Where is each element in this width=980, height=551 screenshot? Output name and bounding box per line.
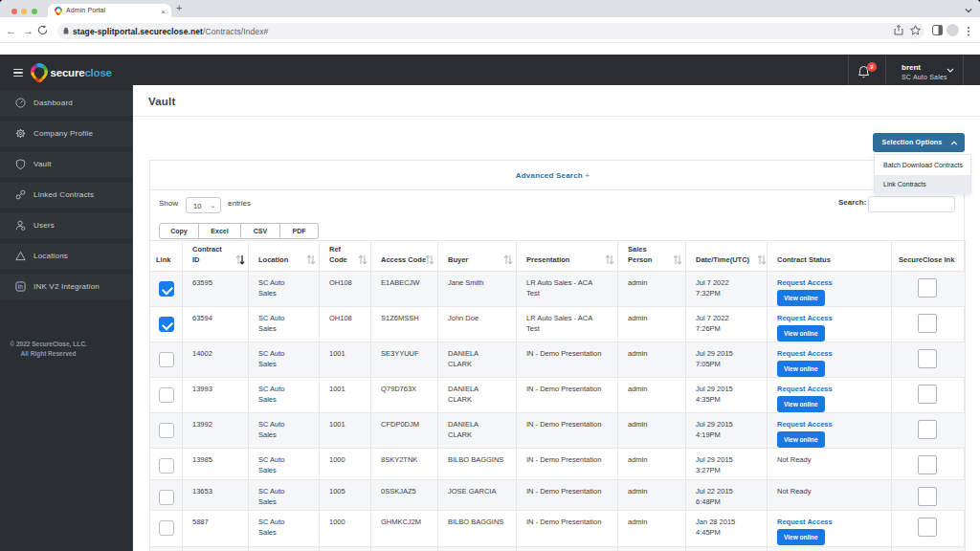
- svg-text:in: in: [18, 283, 23, 290]
